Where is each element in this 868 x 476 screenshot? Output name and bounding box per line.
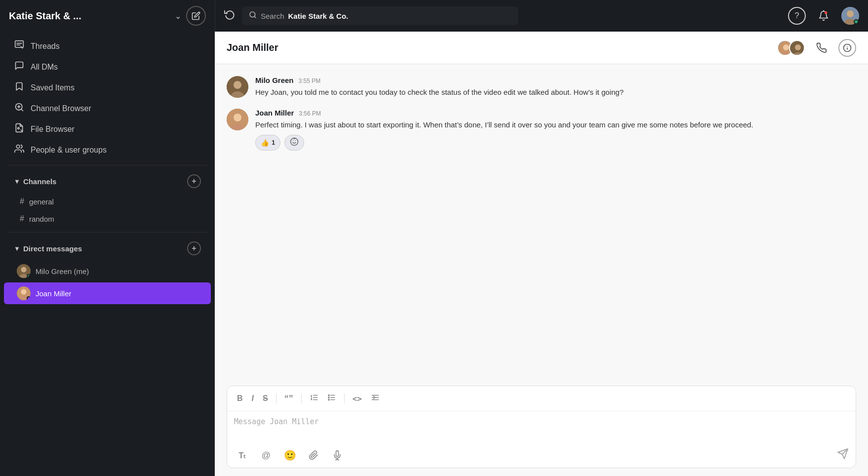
bold-button[interactable]: B: [234, 392, 246, 405]
sidebar-header: Katie Stark & ... ⌄: [0, 0, 215, 32]
channel-browser-label: Channel Browser: [31, 104, 91, 113]
chat-header-actions: [777, 39, 856, 57]
indent-button[interactable]: [368, 391, 383, 406]
add-dm-button[interactable]: +: [187, 241, 201, 255]
add-channel-button[interactable]: +: [187, 174, 201, 188]
strikethrough-button[interactable]: S: [260, 392, 271, 405]
sidebar-item-all-dms[interactable]: All DMs: [4, 57, 211, 77]
people-label: People & user groups: [31, 146, 107, 155]
ordered-list-button[interactable]: [307, 391, 321, 406]
sidebar-item-file-browser[interactable]: File Browser: [4, 119, 211, 139]
svg-point-26: [795, 44, 801, 50]
channel-general-label: general: [29, 198, 54, 206]
audio-button[interactable]: [329, 447, 346, 464]
user-avatar[interactable]: [841, 7, 859, 25]
people-icon: [14, 144, 25, 156]
input-toolbar: B I S “” <>: [227, 386, 856, 411]
toolbar-divider-2: [301, 394, 302, 403]
svg-point-32: [234, 81, 241, 89]
mention-button[interactable]: @: [258, 447, 275, 464]
threads-label: Threads: [31, 42, 60, 51]
sidebar-item-people[interactable]: People & user groups: [4, 140, 211, 160]
saved-items-label: Saved Items: [31, 83, 75, 92]
thumbs-up-count: 1: [272, 139, 275, 146]
saved-icon: [14, 81, 25, 94]
info-button[interactable]: [838, 39, 856, 57]
message-2-reactions: 👍 1: [255, 135, 856, 151]
message-1-time: 3:55 PM: [299, 78, 321, 84]
workspace-chevron-icon[interactable]: ⌄: [175, 11, 181, 21]
history-button[interactable]: [224, 9, 235, 23]
svg-point-5: [847, 10, 854, 17]
italic-button[interactable]: I: [249, 392, 257, 405]
attach-button[interactable]: [305, 447, 322, 464]
sidebar-item-channel-browser[interactable]: Channel Browser: [4, 98, 211, 119]
help-button[interactable]: ?: [788, 7, 806, 25]
channels-chevron-icon: ▼: [14, 178, 20, 185]
toolbar-divider-3: [344, 394, 345, 403]
channel-random-label: random: [29, 215, 54, 223]
thumbs-up-reaction[interactable]: 👍 1: [255, 135, 280, 151]
channel-item-random[interactable]: # random: [4, 210, 211, 227]
call-button[interactable]: [813, 39, 830, 57]
threads-icon: [14, 40, 25, 52]
message-1-author: Milo Green: [255, 76, 294, 84]
all-dms-icon: [14, 61, 25, 73]
message-2-time: 3:56 PM: [299, 110, 321, 117]
message-1-body: Milo Green 3:55 PM Hey Joan, you told me…: [255, 76, 856, 98]
toolbar-divider-1: [276, 394, 276, 403]
messages-area: Milo Green 3:55 PM Hey Joan, you told me…: [215, 64, 868, 378]
joan-avatar: [17, 286, 31, 300]
add-reaction-button[interactable]: [284, 135, 304, 151]
dm-item-milo[interactable]: Milo Green (me): [4, 260, 211, 282]
search-bar[interactable]: Search Katie Stark & Co.: [242, 6, 518, 25]
svg-point-50: [328, 399, 329, 400]
hash-icon: #: [20, 197, 24, 206]
file-browser-label: File Browser: [31, 125, 75, 134]
dm-section-header[interactable]: ▼ Direct messages +: [4, 238, 211, 259]
thumbs-up-emoji: 👍: [261, 139, 269, 147]
svg-point-3: [825, 11, 828, 14]
notifications-button[interactable]: [815, 7, 832, 25]
participant-avatar-milo: [789, 40, 805, 56]
blockquote-button[interactable]: “”: [281, 392, 296, 406]
send-button[interactable]: [837, 448, 849, 463]
svg-point-15: [16, 145, 20, 149]
main-header: Search Katie Stark & Co. ?: [215, 0, 868, 32]
file-browser-icon: [14, 123, 25, 135]
message-2-header: Joan Miller 3:56 PM: [255, 109, 856, 117]
svg-point-49: [328, 397, 329, 398]
channels-section-title: Channels: [23, 177, 187, 186]
svg-point-14: [18, 127, 19, 129]
svg-point-23: [783, 44, 789, 50]
message-2: Joan Miller 3:56 PM Perfect timing. I wa…: [227, 109, 856, 150]
code-button[interactable]: <>: [350, 392, 365, 405]
milo-avatar: [17, 264, 31, 278]
participants-avatars: [777, 40, 805, 56]
section-divider-1: [7, 165, 208, 165]
milo-name: Milo Green (me): [36, 267, 89, 276]
message-1: Milo Green 3:55 PM Hey Joan, you told me…: [227, 76, 856, 98]
joan-name: Joan Miller: [36, 289, 72, 298]
emoji-button[interactable]: 🙂: [281, 447, 298, 464]
milo-status-icon: [27, 274, 31, 278]
compose-button[interactable]: [186, 6, 206, 26]
sidebar-item-saved[interactable]: Saved Items: [4, 78, 211, 98]
dm-item-joan[interactable]: Joan Miller: [4, 282, 211, 304]
message-1-text: Hey Joan, you told me to contact you tod…: [255, 86, 856, 98]
channels-section-header[interactable]: ▼ Channels +: [4, 170, 211, 192]
message-input[interactable]: [227, 411, 856, 441]
sidebar-nav: Threads All DMs Saved Items Channel Brow…: [0, 32, 215, 309]
message-2-body: Joan Miller 3:56 PM Perfect timing. I wa…: [255, 109, 856, 150]
message-1-avatar: [227, 76, 248, 98]
bullet-list-button[interactable]: [324, 391, 339, 406]
user-status-indicator: [854, 19, 859, 24]
svg-point-20: [21, 289, 27, 295]
message-input-area: B I S “” <> Tₜ @: [227, 386, 856, 468]
text-format-button[interactable]: Tₜ: [234, 447, 251, 464]
search-workspace-label: Katie Stark & Co.: [288, 12, 349, 20]
channel-item-general[interactable]: # general: [4, 193, 211, 210]
svg-line-11: [21, 109, 23, 111]
channel-browser-icon: [14, 102, 25, 115]
sidebar-item-threads[interactable]: Threads: [4, 36, 211, 56]
